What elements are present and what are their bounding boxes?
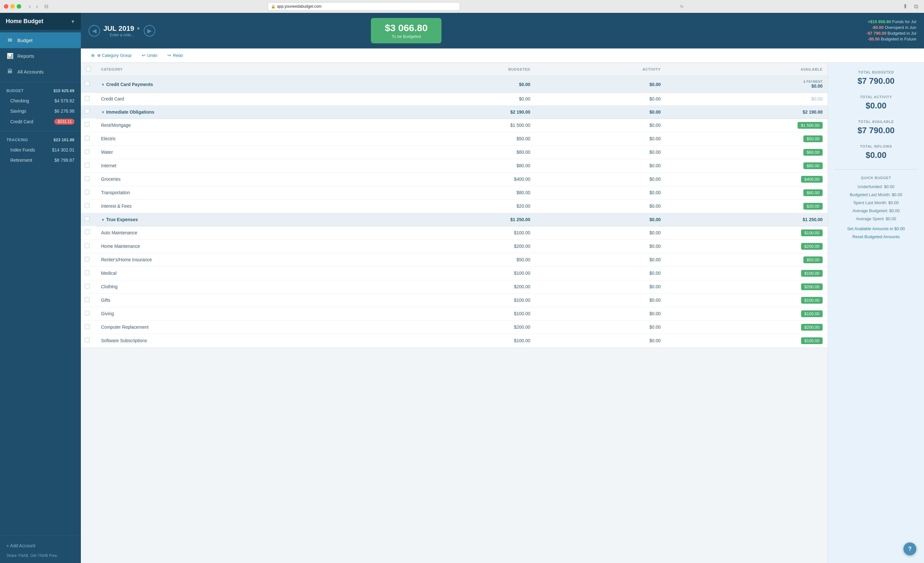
quick-budget-avg-spent[interactable]: Average Spent: $0.00: [834, 216, 918, 221]
back-button[interactable]: ‹: [27, 3, 33, 11]
sidebar-item-all-accounts[interactable]: 🏛 All Accounts: [0, 64, 81, 79]
redo-button[interactable]: ↪ Redo: [165, 52, 186, 59]
row-checkbox[interactable]: [85, 176, 90, 181]
budgeted-cell[interactable]: $100.00: [388, 334, 536, 347]
row-checkbox[interactable]: [85, 270, 90, 275]
budget-section-header[interactable]: BUDGET $10 625.69: [0, 86, 81, 96]
quick-budget-underfunded[interactable]: Underfunded: $0.00: [834, 184, 918, 189]
table-row[interactable]: Water $60.00 $0.00 $60.00: [81, 146, 828, 159]
budgeted-cell[interactable]: $200.00: [388, 280, 536, 293]
budgeted-cell[interactable]: $200.00: [388, 239, 536, 253]
category-group-row[interactable]: ▼Immediate Obligations $2 190.00 $0.00 $…: [81, 105, 828, 119]
account-index-funds[interactable]: Index Funds $14 302.01: [0, 145, 81, 155]
add-category-group-button[interactable]: ⊕ ⊕ Category Group: [88, 52, 134, 59]
account-savings[interactable]: Savings $6 276.98: [0, 106, 81, 116]
group-checkbox[interactable]: [85, 81, 90, 86]
row-checkbox[interactable]: [85, 163, 90, 168]
fullscreen-button[interactable]: ⧉: [912, 2, 920, 11]
expand-icon[interactable]: ▼: [101, 110, 105, 115]
budgeted-cell[interactable]: $80.00: [388, 159, 536, 173]
expand-icon[interactable]: ▼: [101, 218, 105, 222]
table-row[interactable]: Rent/Mortgage $1 500.00 $0.00 $1 500.00: [81, 119, 828, 132]
sidebar-item-reports[interactable]: 📊 Reports: [0, 48, 81, 64]
table-row[interactable]: Interest & Fees $20.00 $0.00 $20.00: [81, 199, 828, 213]
budget-table-container[interactable]: CATEGORY BUDGETED ACTIVITY AVAILABLE ▼Cr…: [81, 63, 828, 563]
tracking-section-header[interactable]: TRACKING $23 101.88: [0, 135, 81, 145]
sidebar-toggle-button[interactable]: ⊟: [42, 3, 50, 10]
group-checkbox[interactable]: [85, 216, 90, 221]
table-row[interactable]: Groceries $400.00 $0.00 $400.00: [81, 173, 828, 186]
undo-button[interactable]: ↩ Undo: [139, 52, 160, 59]
row-checkbox[interactable]: [85, 243, 90, 248]
row-checkbox[interactable]: [85, 338, 90, 342]
close-button[interactable]: [4, 4, 8, 9]
minimize-button[interactable]: [10, 4, 15, 9]
row-checkbox[interactable]: [85, 311, 90, 315]
account-credit-card[interactable]: Credit Card -$231.11: [0, 116, 81, 127]
table-row[interactable]: Home Maintenance $200.00 $0.00 $200.00: [81, 239, 828, 253]
table-row[interactable]: Giving $100.00 $0.00 $100.00: [81, 307, 828, 320]
budgeted-cell[interactable]: $50.00: [388, 132, 536, 146]
account-retirement[interactable]: Retirement $8 799.87: [0, 155, 81, 165]
add-account-button[interactable]: + Add Account: [6, 540, 35, 551]
table-row[interactable]: Software Subscriptions $100.00 $0.00 $10…: [81, 334, 828, 347]
share-button[interactable]: ⬆: [901, 2, 910, 11]
table-row[interactable]: Internet $80.00 $0.00 $80.00: [81, 159, 828, 173]
budgeted-cell[interactable]: $60.00: [388, 146, 536, 159]
reset-budgeted-link[interactable]: Reset Budgeted Amounts: [834, 234, 918, 239]
table-row[interactable]: Auto Maintenance $100.00 $0.00 $100.00: [81, 226, 828, 239]
budgeted-cell[interactable]: $100.00: [388, 293, 536, 307]
prev-month-button[interactable]: ◀: [88, 25, 100, 37]
budgeted-cell[interactable]: $100.00: [388, 266, 536, 280]
group-checkbox[interactable]: [85, 109, 90, 114]
table-row[interactable]: Transportation $80.00 $0.00 $80.00: [81, 186, 828, 199]
quick-budget-last-month-budgeted[interactable]: Budgeted Last Month: $0.00: [834, 192, 918, 197]
budgeted-cell[interactable]: $100.00: [388, 307, 536, 320]
category-group-row[interactable]: ▼True Expenses $1 250.00 $0.00 $1 250.00: [81, 213, 828, 226]
budgeted-cell[interactable]: $20.00: [388, 199, 536, 213]
budgeted-cell[interactable]: $80.00: [388, 186, 536, 199]
month-note[interactable]: Enter a note...: [103, 33, 141, 37]
row-checkbox[interactable]: [85, 203, 90, 208]
row-checkbox[interactable]: [85, 136, 90, 141]
check-cell: [81, 307, 96, 320]
forward-button[interactable]: ›: [34, 3, 40, 11]
budgeted-cell[interactable]: $200.00: [388, 320, 536, 334]
next-month-button[interactable]: ▶: [144, 25, 155, 37]
category-group-row[interactable]: ▼Credit Card Payments $0.00 $0.00 ℹPAYME…: [81, 76, 828, 93]
row-checkbox[interactable]: [85, 284, 90, 288]
table-row[interactable]: Renter's/Home Insurance $50.00 $0.00 $50…: [81, 253, 828, 266]
maximize-button[interactable]: [16, 4, 21, 9]
row-checkbox[interactable]: [85, 324, 90, 329]
row-checkbox[interactable]: [85, 190, 90, 195]
quick-budget-last-month-spent[interactable]: Spent Last Month: $0.00: [834, 200, 918, 205]
expand-icon[interactable]: ▼: [101, 83, 105, 87]
month-title[interactable]: JUL 2019 ▼: [103, 24, 141, 33]
table-row[interactable]: Gifts $100.00 $0.00 $100.00: [81, 293, 828, 307]
budgeted-cell[interactable]: $400.00: [388, 173, 536, 186]
sidebar-header[interactable]: Home Budget ▼: [0, 13, 81, 30]
quick-budget-avg-budgeted[interactable]: Average Budgeted: $0.00: [834, 208, 918, 213]
budgeted-cell[interactable]: $50.00: [388, 253, 536, 266]
reload-button[interactable]: ↻: [680, 4, 684, 9]
table-row[interactable]: Electric $50.00 $0.00 $50.00: [81, 132, 828, 146]
budgeted-cell[interactable]: $0.00: [388, 93, 536, 106]
group-name-cell: ▼Credit Card Payments: [96, 76, 388, 93]
table-row[interactable]: Credit Card $0.00 $0.00 $0.00: [81, 93, 828, 106]
help-button[interactable]: ?: [903, 542, 916, 555]
row-checkbox[interactable]: [85, 96, 90, 101]
account-checking[interactable]: Checking $4 579.82: [0, 96, 81, 106]
row-checkbox[interactable]: [85, 122, 90, 127]
set-available-link[interactable]: Set Available Amounts to $0.00: [834, 226, 918, 231]
row-checkbox[interactable]: [85, 230, 90, 234]
sidebar-item-budget[interactable]: ✉ Budget: [0, 32, 81, 48]
row-checkbox[interactable]: [85, 257, 90, 261]
budgeted-cell[interactable]: $1 500.00: [388, 119, 536, 132]
select-all-checkbox[interactable]: [86, 66, 91, 71]
table-row[interactable]: Clothing $200.00 $0.00 $200.00: [81, 280, 828, 293]
budgeted-cell[interactable]: $100.00: [388, 226, 536, 239]
row-checkbox[interactable]: [85, 149, 90, 154]
table-row[interactable]: Computer Replacement $200.00 $0.00 $200.…: [81, 320, 828, 334]
table-row[interactable]: Medical $100.00 $0.00 $100.00: [81, 266, 828, 280]
row-checkbox[interactable]: [85, 297, 90, 302]
